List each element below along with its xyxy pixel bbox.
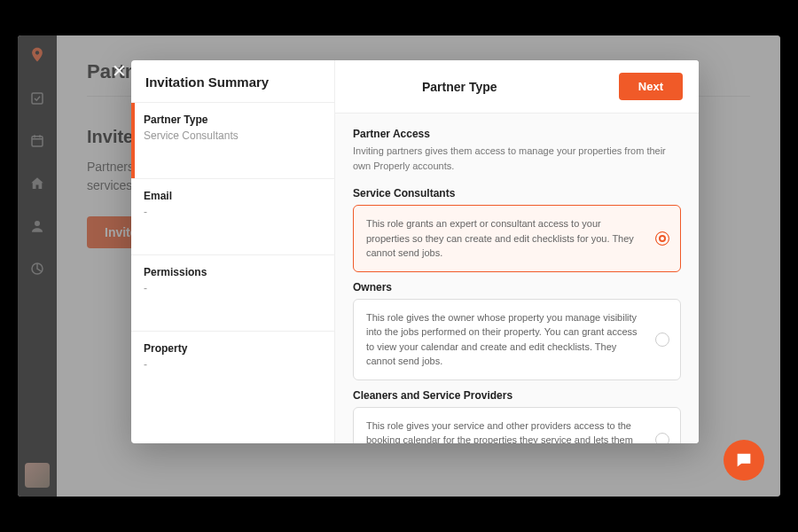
access-title: Partner Access: [353, 128, 681, 140]
summary-panel: Invitation Summary Partner Type Service …: [131, 60, 335, 443]
role-card-cleaners[interactable]: This role gives your service and other p…: [353, 407, 681, 444]
summary-title: Invitation Summary: [131, 60, 334, 102]
step-label: Email: [144, 190, 322, 202]
close-icon[interactable]: ✕: [112, 60, 127, 82]
step-value: -: [144, 206, 322, 218]
step-partner-type[interactable]: Partner Type Service Consultants: [131, 102, 334, 178]
role-title-cleaners: Cleaners and Service Providers: [353, 389, 681, 402]
step-label: Partner Type: [144, 113, 322, 126]
role-card-owners[interactable]: This role gives the owner whose property…: [353, 299, 681, 380]
next-button[interactable]: Next: [619, 73, 683, 100]
modal-main: Partner Type Next Partner Access Invitin…: [335, 60, 699, 443]
radio-icon: [655, 231, 669, 246]
radio-icon: [655, 332, 669, 347]
step-label: Property: [144, 342, 322, 355]
role-desc: This role gives your service and other p…: [366, 420, 633, 444]
modal-title: Partner Type: [422, 80, 497, 94]
app-frame: Partners Invite Yo Partners can be clean…: [18, 35, 780, 497]
role-desc: This role grants an expert or consultant…: [366, 218, 634, 258]
step-permissions[interactable]: Permissions -: [131, 254, 334, 331]
step-value: -: [144, 282, 322, 294]
role-title-owners: Owners: [353, 281, 681, 293]
step-label: Permissions: [144, 266, 322, 278]
role-desc: This role gives the owner whose property…: [366, 312, 638, 367]
chat-launcher[interactable]: [724, 440, 764, 481]
step-property[interactable]: Property -: [131, 331, 334, 407]
role-card-consultants[interactable]: This role grants an expert or consultant…: [353, 205, 681, 272]
step-email[interactable]: Email -: [131, 178, 334, 254]
step-value: -: [144, 358, 322, 371]
access-desc: Inviting partners gives them access to m…: [353, 144, 681, 173]
invite-modal: Invitation Summary Partner Type Service …: [131, 60, 699, 443]
modal-header: Partner Type Next: [335, 60, 699, 113]
radio-icon: [655, 433, 669, 443]
role-title-consultants: Service Consultants: [353, 187, 681, 200]
step-value: Service Consultants: [144, 129, 322, 142]
modal-body: Partner Access Inviting partners gives t…: [335, 113, 699, 443]
